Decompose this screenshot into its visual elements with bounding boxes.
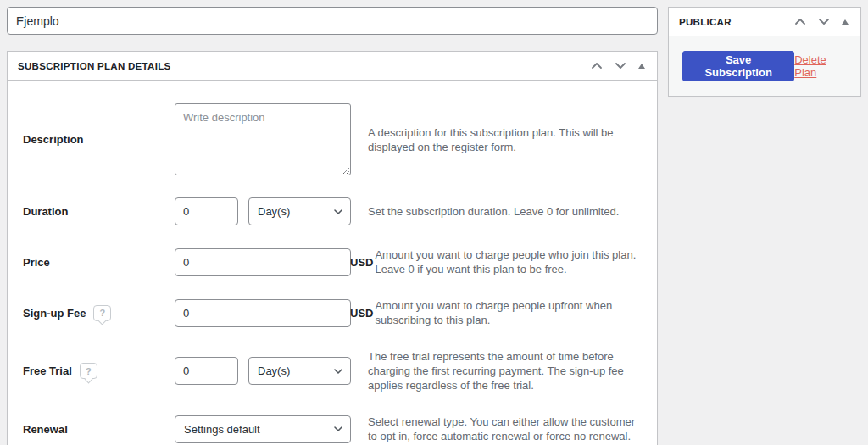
- duration-row: Duration Day(s) Set the subscription dur…: [16, 186, 640, 236]
- free-trial-row: Free Trial ? Day(s) The free trial repre…: [16, 338, 640, 403]
- free-trial-unit-select[interactable]: Day(s): [248, 357, 351, 385]
- renewal-row: Renewal Settings default Select renewal …: [16, 403, 640, 445]
- price-currency-label: USD: [350, 256, 373, 269]
- signup-fee-help-text: Amount you want to charge people upfront…: [375, 298, 640, 327]
- publish-box-title: PUBLICAR: [679, 17, 732, 27]
- price-input[interactable]: [175, 248, 351, 276]
- question-bubble-icon[interactable]: ?: [80, 363, 97, 379]
- publish-box-header[interactable]: PUBLICAR: [669, 8, 860, 36]
- duration-help-text: Set the subscription duration. Leave 0 f…: [368, 204, 619, 219]
- duration-unit-select[interactable]: Day(s): [248, 197, 351, 225]
- free-trial-label: Free Trial: [23, 364, 72, 377]
- signup-fee-row: Sign-up Fee ? USD Amount you want to cha…: [16, 287, 640, 338]
- toggle-panel-icon[interactable]: [637, 62, 647, 70]
- toggle-panel-icon[interactable]: [840, 18, 850, 26]
- price-row: Price USD Amount you want to charge peop…: [16, 236, 640, 287]
- details-box-header[interactable]: SUBSCRIPTION PLAN DETAILS: [8, 52, 657, 81]
- signup-fee-input[interactable]: [175, 299, 351, 327]
- move-down-icon[interactable]: [816, 16, 832, 27]
- renewal-label: Renewal: [16, 423, 175, 436]
- move-up-icon[interactable]: [793, 16, 808, 27]
- signup-fee-currency-label: USD: [350, 307, 373, 320]
- description-textarea[interactable]: [175, 103, 351, 175]
- duration-label: Duration: [16, 205, 175, 218]
- renewal-select[interactable]: Settings default: [175, 415, 351, 443]
- description-help-text: A description for this subscription plan…: [368, 125, 636, 154]
- subscription-plan-details-box: SUBSCRIPTION PLAN DETAILS Description: [7, 51, 658, 445]
- publish-actions: Save Subscription Delete Plan: [669, 36, 860, 96]
- plan-title-input[interactable]: [7, 7, 658, 35]
- details-form: Description A description for this subsc…: [8, 81, 657, 445]
- signup-fee-label: Sign-up Fee: [23, 307, 86, 320]
- question-bubble-icon[interactable]: ?: [93, 305, 111, 321]
- move-down-icon[interactable]: [613, 60, 628, 71]
- free-trial-input[interactable]: [175, 357, 238, 385]
- duration-input[interactable]: [175, 197, 238, 225]
- price-help-text: Amount you want to charge people who joi…: [375, 248, 640, 276]
- publish-box: PUBLICAR Save Subscription Delete Plan: [668, 7, 861, 97]
- description-label: Description: [16, 133, 175, 146]
- renewal-help-text: Select renewal type. You can either allo…: [368, 414, 636, 443]
- description-row: Description A description for this subsc…: [16, 92, 640, 186]
- price-label: Price: [16, 256, 175, 269]
- details-box-title: SUBSCRIPTION PLAN DETAILS: [18, 61, 170, 71]
- save-subscription-button[interactable]: Save Subscription: [682, 51, 794, 81]
- delete-plan-link[interactable]: Delete Plan: [794, 53, 847, 79]
- move-up-icon[interactable]: [589, 60, 604, 71]
- free-trial-help-text: The free trial represents the amount of …: [368, 349, 636, 392]
